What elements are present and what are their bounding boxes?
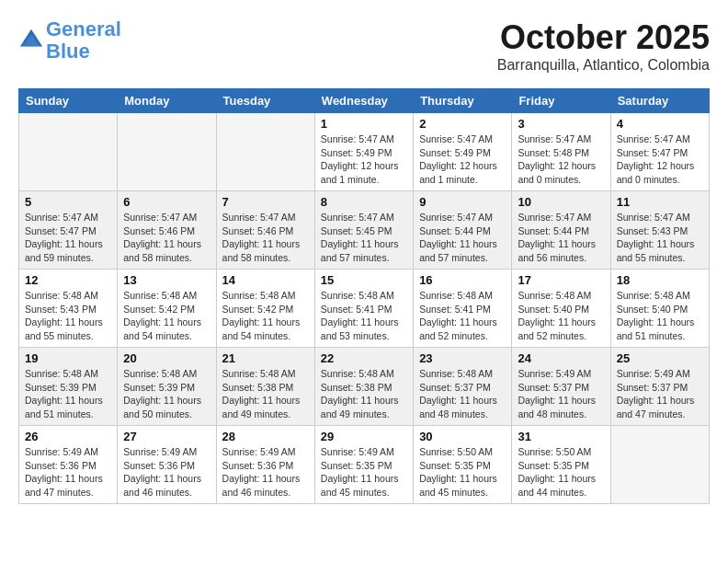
page-header: General Blue October 2025 Barranquilla, … xyxy=(18,18,710,74)
day-cell-27: 27Sunrise: 5:49 AMSunset: 5:36 PMDayligh… xyxy=(118,426,216,504)
day-cell-23: 23Sunrise: 5:48 AMSunset: 5:37 PMDayligh… xyxy=(414,348,512,426)
day-cell-24: 24Sunrise: 5:49 AMSunset: 5:37 PMDayligh… xyxy=(512,348,610,426)
day-number: 12 xyxy=(25,273,111,287)
day-info: Sunrise: 5:48 AMSunset: 5:41 PMDaylight:… xyxy=(321,289,407,343)
day-info: Sunrise: 5:48 AMSunset: 5:42 PMDaylight:… xyxy=(123,289,210,343)
logo-line2: Blue xyxy=(46,40,90,63)
day-number: 29 xyxy=(321,430,407,443)
day-cell-30: 30Sunrise: 5:50 AMSunset: 5:35 PMDayligh… xyxy=(414,426,512,504)
day-cell-14: 14Sunrise: 5:48 AMSunset: 5:42 PMDayligh… xyxy=(216,270,314,348)
day-cell-19: 19Sunrise: 5:48 AMSunset: 5:39 PMDayligh… xyxy=(19,348,118,426)
day-info: Sunrise: 5:48 AMSunset: 5:38 PMDaylight:… xyxy=(321,367,407,421)
day-number: 21 xyxy=(222,351,309,365)
weekday-header-friday: Friday xyxy=(512,89,610,113)
day-cell-26: 26Sunrise: 5:49 AMSunset: 5:36 PMDayligh… xyxy=(19,426,118,504)
day-cell-13: 13Sunrise: 5:48 AMSunset: 5:42 PMDayligh… xyxy=(118,270,216,348)
day-number: 1 xyxy=(321,117,407,131)
day-info: Sunrise: 5:47 AMSunset: 5:43 PMDaylight:… xyxy=(617,211,703,265)
logo-icon xyxy=(18,28,44,53)
day-info: Sunrise: 5:49 AMSunset: 5:37 PMDaylight:… xyxy=(617,367,703,421)
day-cell-2: 2Sunrise: 5:47 AMSunset: 5:49 PMDaylight… xyxy=(414,113,512,191)
day-cell-9: 9Sunrise: 5:47 AMSunset: 5:44 PMDaylight… xyxy=(414,191,512,270)
day-cell-4: 4Sunrise: 5:47 AMSunset: 5:47 PMDaylight… xyxy=(610,113,709,191)
day-number: 15 xyxy=(321,273,407,287)
day-number: 19 xyxy=(25,351,111,365)
location-subtitle: Barranquilla, Atlantico, Colombia xyxy=(497,57,710,74)
day-number: 14 xyxy=(222,273,309,287)
day-number: 9 xyxy=(419,195,506,209)
calendar-week-5: 26Sunrise: 5:49 AMSunset: 5:36 PMDayligh… xyxy=(19,426,710,504)
calendar-week-2: 5Sunrise: 5:47 AMSunset: 5:47 PMDaylight… xyxy=(19,191,710,270)
day-info: Sunrise: 5:48 AMSunset: 5:40 PMDaylight:… xyxy=(617,289,703,343)
day-number: 30 xyxy=(419,430,506,443)
day-number: 11 xyxy=(617,195,703,209)
day-info: Sunrise: 5:47 AMSunset: 5:48 PMDaylight:… xyxy=(518,132,604,187)
day-cell-7: 7Sunrise: 5:47 AMSunset: 5:46 PMDaylight… xyxy=(216,191,314,270)
weekday-header-saturday: Saturday xyxy=(610,89,709,113)
title-block: October 2025 Barranquilla, Atlantico, Co… xyxy=(497,18,710,74)
day-info: Sunrise: 5:48 AMSunset: 5:42 PMDaylight:… xyxy=(222,289,309,343)
day-cell-10: 10Sunrise: 5:47 AMSunset: 5:44 PMDayligh… xyxy=(512,191,610,270)
day-info: Sunrise: 5:49 AMSunset: 5:36 PMDaylight:… xyxy=(123,445,210,500)
day-info: Sunrise: 5:47 AMSunset: 5:47 PMDaylight:… xyxy=(25,211,111,265)
weekday-header-monday: Monday xyxy=(118,89,216,113)
day-info: Sunrise: 5:48 AMSunset: 5:40 PMDaylight:… xyxy=(518,289,604,343)
calendar-week-3: 12Sunrise: 5:48 AMSunset: 5:43 PMDayligh… xyxy=(19,270,710,348)
day-number: 13 xyxy=(123,273,210,287)
calendar-week-1: 1Sunrise: 5:47 AMSunset: 5:49 PMDaylight… xyxy=(19,113,710,191)
logo-line1: General xyxy=(46,17,121,40)
day-cell-31: 31Sunrise: 5:50 AMSunset: 5:35 PMDayligh… xyxy=(512,426,610,504)
day-number: 3 xyxy=(518,117,604,131)
day-number: 26 xyxy=(25,430,111,443)
day-info: Sunrise: 5:49 AMSunset: 5:36 PMDaylight:… xyxy=(222,445,309,500)
day-info: Sunrise: 5:47 AMSunset: 5:46 PMDaylight:… xyxy=(123,211,210,265)
day-info: Sunrise: 5:48 AMSunset: 5:39 PMDaylight:… xyxy=(25,367,111,421)
empty-cell xyxy=(118,113,216,191)
day-number: 4 xyxy=(617,117,703,131)
empty-cell xyxy=(19,113,118,191)
calendar-header-row: SundayMondayTuesdayWednesdayThursdayFrid… xyxy=(19,89,710,113)
day-cell-25: 25Sunrise: 5:49 AMSunset: 5:37 PMDayligh… xyxy=(610,348,709,426)
day-info: Sunrise: 5:48 AMSunset: 5:39 PMDaylight:… xyxy=(123,367,210,421)
day-number: 18 xyxy=(617,273,703,287)
day-number: 6 xyxy=(123,195,210,209)
day-info: Sunrise: 5:47 AMSunset: 5:45 PMDaylight:… xyxy=(321,211,407,265)
day-number: 10 xyxy=(518,195,604,209)
day-cell-18: 18Sunrise: 5:48 AMSunset: 5:40 PMDayligh… xyxy=(610,270,709,348)
day-number: 28 xyxy=(222,430,309,443)
day-info: Sunrise: 5:48 AMSunset: 5:38 PMDaylight:… xyxy=(222,367,309,421)
day-info: Sunrise: 5:49 AMSunset: 5:35 PMDaylight:… xyxy=(321,445,407,500)
day-info: Sunrise: 5:48 AMSunset: 5:43 PMDaylight:… xyxy=(25,289,111,343)
day-cell-12: 12Sunrise: 5:48 AMSunset: 5:43 PMDayligh… xyxy=(19,270,118,348)
day-cell-8: 8Sunrise: 5:47 AMSunset: 5:45 PMDaylight… xyxy=(314,191,413,270)
day-info: Sunrise: 5:49 AMSunset: 5:37 PMDaylight:… xyxy=(518,367,604,421)
day-number: 2 xyxy=(419,117,506,131)
day-cell-29: 29Sunrise: 5:49 AMSunset: 5:35 PMDayligh… xyxy=(314,426,413,504)
day-info: Sunrise: 5:49 AMSunset: 5:36 PMDaylight:… xyxy=(25,445,111,500)
day-cell-16: 16Sunrise: 5:48 AMSunset: 5:41 PMDayligh… xyxy=(414,270,512,348)
day-number: 20 xyxy=(123,351,210,365)
day-info: Sunrise: 5:47 AMSunset: 5:44 PMDaylight:… xyxy=(419,211,506,265)
day-info: Sunrise: 5:47 AMSunset: 5:44 PMDaylight:… xyxy=(518,211,604,265)
day-cell-20: 20Sunrise: 5:48 AMSunset: 5:39 PMDayligh… xyxy=(118,348,216,426)
day-number: 16 xyxy=(419,273,506,287)
day-cell-21: 21Sunrise: 5:48 AMSunset: 5:38 PMDayligh… xyxy=(216,348,314,426)
day-number: 7 xyxy=(222,195,309,209)
day-cell-1: 1Sunrise: 5:47 AMSunset: 5:49 PMDaylight… xyxy=(314,113,413,191)
calendar-week-4: 19Sunrise: 5:48 AMSunset: 5:39 PMDayligh… xyxy=(19,348,710,426)
day-info: Sunrise: 5:50 AMSunset: 5:35 PMDaylight:… xyxy=(518,445,604,500)
day-cell-11: 11Sunrise: 5:47 AMSunset: 5:43 PMDayligh… xyxy=(610,191,709,270)
weekday-header-tuesday: Tuesday xyxy=(216,89,314,113)
weekday-header-sunday: Sunday xyxy=(19,89,118,113)
day-cell-3: 3Sunrise: 5:47 AMSunset: 5:48 PMDaylight… xyxy=(512,113,610,191)
day-cell-22: 22Sunrise: 5:48 AMSunset: 5:38 PMDayligh… xyxy=(314,348,413,426)
day-info: Sunrise: 5:47 AMSunset: 5:49 PMDaylight:… xyxy=(419,132,506,187)
day-cell-17: 17Sunrise: 5:48 AMSunset: 5:40 PMDayligh… xyxy=(512,270,610,348)
calendar-table: SundayMondayTuesdayWednesdayThursdayFrid… xyxy=(18,88,710,504)
day-info: Sunrise: 5:50 AMSunset: 5:35 PMDaylight:… xyxy=(419,445,506,500)
day-number: 17 xyxy=(518,273,604,287)
logo-text: General Blue xyxy=(46,18,121,63)
day-cell-5: 5Sunrise: 5:47 AMSunset: 5:47 PMDaylight… xyxy=(19,191,118,270)
day-number: 27 xyxy=(123,430,210,443)
day-number: 24 xyxy=(518,351,604,365)
